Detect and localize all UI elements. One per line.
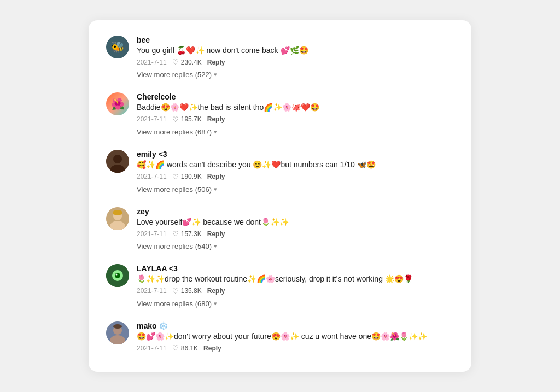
svg-point-6 <box>113 210 122 215</box>
comment-content-zey: zey Love yourself💕✨ because we dont🌷✨✨ 2… <box>137 207 454 238</box>
comment-block-bee: 🐝 bee You go girll 🍒❤️✨ now don't come b… <box>106 36 454 86</box>
chevron-down-icon: ▾ <box>214 186 217 193</box>
comment-content-laylaa: LAYLAA <3 🌷✨✨drop the workout routine✨🌈🌸… <box>137 264 454 295</box>
chevron-down-icon: ▾ <box>214 128 217 136</box>
view-replies-label: View more replies (680) <box>137 300 212 308</box>
username-emily: emily <3 <box>137 150 454 159</box>
comment-likes-bee: ♡ 230.4K <box>172 58 202 66</box>
comment-header-zey: zey Love yourself💕✨ because we dont🌷✨✨ 2… <box>106 207 454 238</box>
svg-point-1 <box>113 155 122 163</box>
heart-icon-bee[interactable]: ♡ <box>172 58 179 66</box>
view-replies-btn-cherelcole[interactable]: View more replies (687) ▾ <box>137 128 217 136</box>
likes-count-mako: 86.1K <box>181 344 198 352</box>
comment-content-emily: emily <3 🥰✨🌈 words can't describe you 😊✨… <box>137 150 454 181</box>
likes-count-laylaa: 135.8K <box>181 287 202 295</box>
divider <box>106 85 454 86</box>
heart-icon-laylaa[interactable]: ♡ <box>172 287 179 295</box>
view-replies-label: View more replies (522) <box>137 71 212 79</box>
comment-text-cherelcole: Baddie😍🌸❤️✨the bad is silent tho🌈✨🌸🐙❤️🤩 <box>137 102 454 113</box>
username-cherelcole: Cherelcole <box>137 92 454 101</box>
heart-icon-zey[interactable]: ♡ <box>172 230 179 238</box>
comments-card: 🐝 bee You go girll 🍒❤️✨ now don't come b… <box>89 20 471 372</box>
view-replies-btn-emily[interactable]: View more replies (506) ▾ <box>137 185 217 194</box>
comment-date-mako: 2021-7-11 <box>137 344 167 352</box>
reply-btn-zey[interactable]: Reply <box>207 230 225 238</box>
comment-text-laylaa: 🌷✨✨drop the workout routine✨🌈🌸seriously,… <box>137 274 454 285</box>
reply-btn-mako[interactable]: Reply <box>203 344 221 352</box>
reply-btn-emily[interactable]: Reply <box>207 173 225 180</box>
comment-date-cherelcole: 2021-7-11 <box>137 115 167 123</box>
comment-block-cherelcole: 🌺 Cherelcole Baddie😍🌸❤️✨the bad is silen… <box>106 92 454 143</box>
svg-point-10 <box>116 274 118 276</box>
comment-meta-cherelcole: 2021-7-11 ♡ 195.7K Reply <box>137 115 454 124</box>
likes-count-zey: 157.3K <box>181 230 202 238</box>
comment-likes-zey: ♡ 157.3K <box>172 230 202 238</box>
divider <box>106 257 454 258</box>
username-zey: zey <box>137 207 454 216</box>
comment-likes-laylaa: ♡ 135.8K <box>172 287 202 295</box>
comment-header-cherelcole: 🌺 Cherelcole Baddie😍🌸❤️✨the bad is silen… <box>106 92 454 124</box>
comment-header-mako: mako ❄️ 🤩💕🌸✨don't worry about your futur… <box>106 321 454 353</box>
divider <box>106 143 454 143</box>
comment-likes-mako: ♡ 86.1K <box>172 344 198 352</box>
comment-likes-emily: ♡ 190.9K <box>172 173 202 181</box>
chevron-down-icon: ▾ <box>214 71 217 78</box>
view-replies-btn-bee[interactable]: View more replies (522) ▾ <box>137 71 217 79</box>
comment-content-cherelcole: Cherelcole Baddie😍🌸❤️✨the bad is silent … <box>137 92 454 124</box>
view-replies-label: View more replies (687) <box>137 128 212 136</box>
likes-count-bee: 230.4K <box>181 58 202 66</box>
comment-meta-bee: 2021-7-11 ♡ 230.4K Reply <box>137 58 454 66</box>
chevron-down-icon: ▾ <box>214 300 217 307</box>
comment-meta-mako: 2021-7-11 ♡ 86.1K Reply <box>137 344 454 352</box>
comment-block-emily: emily <3 🥰✨🌈 words can't describe you 😊✨… <box>106 150 454 201</box>
svg-point-14 <box>113 324 122 329</box>
comment-block-laylaa: LAYLAA <3 🌷✨✨drop the workout routine✨🌈🌸… <box>106 264 454 315</box>
username-laylaa: LAYLAA <3 <box>137 264 454 273</box>
username-bee: bee <box>137 36 454 44</box>
view-replies-label: View more replies (506) <box>137 185 212 194</box>
comment-meta-zey: 2021-7-11 ♡ 157.3K Reply <box>137 230 454 238</box>
heart-icon-mako[interactable]: ♡ <box>172 344 179 352</box>
reply-btn-laylaa[interactable]: Reply <box>207 287 225 295</box>
chevron-down-icon: ▾ <box>214 243 217 250</box>
comment-text-bee: You go girll 🍒❤️✨ now don't come back 💕🌿… <box>137 45 454 56</box>
comment-date-emily: 2021-7-11 <box>137 173 167 180</box>
divider <box>106 200 454 201</box>
divider <box>106 314 454 315</box>
comment-meta-laylaa: 2021-7-11 ♡ 135.8K Reply <box>137 287 454 295</box>
reply-btn-cherelcole[interactable]: Reply <box>207 115 225 123</box>
comment-block-mako: mako ❄️ 🤩💕🌸✨don't worry about your futur… <box>106 321 454 353</box>
comment-likes-cherelcole: ♡ 195.7K <box>172 115 202 124</box>
comment-date-laylaa: 2021-7-11 <box>137 287 167 295</box>
comment-header-laylaa: LAYLAA <3 🌷✨✨drop the workout routine✨🌈🌸… <box>106 264 454 295</box>
reply-btn-bee[interactable]: Reply <box>207 58 225 66</box>
svg-point-9 <box>115 273 120 278</box>
comment-meta-emily: 2021-7-11 ♡ 190.9K Reply <box>137 173 454 181</box>
heart-icon-cherelcole[interactable]: ♡ <box>172 115 179 124</box>
comment-date-bee: 2021-7-11 <box>137 58 167 66</box>
comment-header-bee: 🐝 bee You go girll 🍒❤️✨ now don't come b… <box>106 36 454 67</box>
view-replies-label: View more replies (540) <box>137 242 212 250</box>
comment-header-emily: emily <3 🥰✨🌈 words can't describe you 😊✨… <box>106 150 454 181</box>
comment-date-zey: 2021-7-11 <box>137 230 167 238</box>
likes-count-cherelcole: 195.7K <box>181 115 202 123</box>
likes-count-emily: 190.9K <box>181 173 202 180</box>
comment-content-mako: mako ❄️ 🤩💕🌸✨don't worry about your futur… <box>137 321 454 353</box>
view-replies-btn-laylaa[interactable]: View more replies (680) ▾ <box>137 300 217 308</box>
comment-text-emily: 🥰✨🌈 words can't describe you 😊✨❤️but num… <box>137 160 454 171</box>
heart-icon-emily[interactable]: ♡ <box>172 173 179 181</box>
view-replies-btn-zey[interactable]: View more replies (540) ▾ <box>137 242 217 250</box>
comment-content-bee: bee You go girll 🍒❤️✨ now don't come bac… <box>137 36 454 67</box>
comment-text-mako: 🤩💕🌸✨don't worry about your future😍🌸✨ cuz… <box>137 331 454 342</box>
username-mako: mako ❄️ <box>137 321 454 330</box>
comment-block-zey: zey Love yourself💕✨ because we dont🌷✨✨ 2… <box>106 207 454 258</box>
comment-text-zey: Love yourself💕✨ because we dont🌷✨✨ <box>137 217 454 228</box>
